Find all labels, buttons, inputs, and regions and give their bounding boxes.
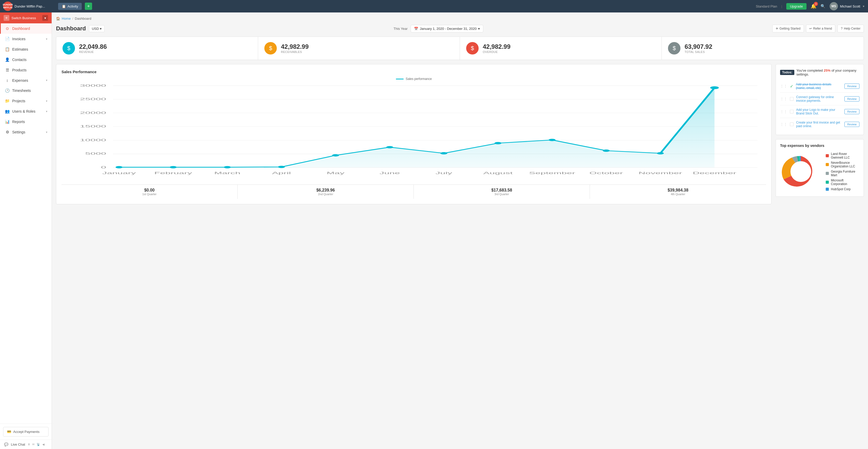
dashboard-header: Dashboard USD ▾ This Year 📅 January 1, 2… — [56, 25, 864, 32]
notification-icon[interactable]: 🔔 3 — [811, 3, 816, 9]
svg-text:April: April — [272, 171, 291, 175]
todo-first-invoice-link[interactable]: Create your first invoice and get paid o… — [796, 121, 842, 128]
georgia-dot — [826, 172, 829, 175]
sidebar-item-dashboard[interactable]: ⊙ Dashboard — [0, 23, 52, 34]
sidebar-item-users-roles[interactable]: 👥 Users & Roles ▾ — [0, 106, 52, 117]
accept-payments-button[interactable]: 💳 Accept Payments — [3, 427, 49, 437]
check-undone-icon — [790, 110, 794, 113]
users-roles-icon: 👥 — [5, 109, 9, 114]
expenses-title: Top expenses by vendors — [780, 144, 860, 148]
review-business-details-button[interactable]: Review — [844, 84, 860, 89]
total-sales-label: TOTAL SALES — [685, 50, 712, 54]
svg-text:August: August — [483, 171, 513, 175]
user-name: Michael Scott — [840, 4, 860, 8]
stat-overdue: $ 42,982.99 OVERDUE — [460, 37, 662, 60]
todo-add-logo-link[interactable]: Add your Logo to make your Brand Stick O… — [796, 108, 842, 115]
hubspot-label: HubSpot Corp — [831, 187, 850, 191]
donut-svg — [780, 151, 822, 192]
q1-label: 1st Quarter — [65, 192, 234, 196]
main-content: 🏠 Home / Dashboard Dashboard USD ▾ This … — [52, 12, 868, 449]
quarter-4: $39,984.38 4th Quarter — [590, 185, 766, 199]
hubspot-dot — [826, 188, 829, 191]
sidebar-item-projects[interactable]: 📁 Projects ▾ — [0, 96, 52, 106]
legend-item-microsoft: Microsoft Corporation — [826, 179, 860, 186]
calendar-icon: 📅 — [414, 27, 418, 31]
q4-value: $39,984.38 — [593, 188, 763, 192]
legend-item-hubspot: HubSpot Corp — [826, 187, 860, 191]
date-range-value: January 1, 2020 - December 31, 2020 — [420, 27, 476, 31]
refer-icon: ↩ — [809, 27, 812, 30]
dashboard-title: Dashboard — [56, 25, 86, 32]
date-range-button[interactable]: 📅 January 1, 2020 - December 31, 2020 ▾ — [411, 25, 483, 32]
sidebar-item-expenses[interactable]: ↕ Expenses ▾ — [0, 75, 52, 85]
right-panel: Todos: You've completed 25% of your comp… — [776, 64, 864, 204]
main-grid: Sales Performance Sales performance 0 — [56, 64, 864, 204]
todos-badge: Todos: — [780, 70, 794, 75]
todos-percentage: 25% — [824, 68, 830, 72]
todos-card: Todos: You've completed 25% of your comp… — [776, 64, 864, 135]
svg-text:0: 0 — [101, 165, 106, 169]
todos-header: Todos: You've completed 25% of your comp… — [780, 68, 860, 76]
svg-text:February: February — [154, 171, 192, 175]
chart-svg: 0 5000 10000 15000 20000 25000 30000 — [61, 83, 766, 181]
help-center-button[interactable]: ? Help Center — [837, 25, 864, 32]
stat-total-sales: $ 63,907.92 TOTAL SALES — [662, 37, 864, 60]
svg-point-14 — [116, 166, 122, 169]
top-navigation: DUNDER MIFFLIN Dunder Mifflin Pap... 📋 A… — [0, 0, 868, 12]
top-expenses-card: Top expenses by vendors — [776, 139, 864, 197]
switch-chevron-icon: ▾ — [42, 15, 48, 21]
todo-business-details-link[interactable]: Add your business details (name, email, … — [796, 83, 842, 90]
getting-started-button[interactable]: ✈ Getting Started — [772, 25, 804, 32]
svg-text:November: November — [639, 171, 682, 175]
chart-legend: Sales performance — [61, 77, 766, 81]
currency-chevron-icon: ▾ — [100, 27, 102, 31]
sidebar-item-reports[interactable]: 📊 Reports — [0, 117, 52, 127]
svg-point-23 — [603, 149, 610, 152]
svg-text:5000: 5000 — [85, 152, 106, 155]
review-payment-gateway-button[interactable]: Review — [844, 96, 860, 101]
svg-text:December: December — [693, 171, 736, 175]
quarter-3: $17,683.58 3rd Quarter — [414, 185, 590, 199]
sidebar-item-invoices[interactable]: 📄 Invoices ▾ — [0, 34, 52, 44]
sidebar-item-timesheets[interactable]: 🕐 Timesheets — [0, 85, 52, 96]
overdue-icon: $ — [466, 42, 478, 55]
sidebar-item-estimates[interactable]: 📋 Estimates — [0, 44, 52, 55]
currency-value: USD — [92, 27, 99, 31]
land-rover-dot — [826, 154, 829, 157]
live-chat-button[interactable]: 💬 Live Chat ⬇ ✉ 📡 ◀ — [0, 440, 52, 449]
q3-value: $17,683.58 — [417, 188, 587, 192]
revenue-label: REVENUE — [79, 50, 107, 54]
review-add-logo-button[interactable]: Review — [844, 109, 860, 114]
search-icon[interactable]: 🔍 — [820, 4, 826, 8]
todo-payment-gateway-link[interactable]: Connect gateway for online invoice payme… — [796, 95, 842, 102]
projects-icon: 📁 — [5, 99, 9, 103]
sidebar-item-settings[interactable]: ⚙ Settings ▾ — [0, 127, 52, 137]
arrow-icon: ◀ — [42, 443, 44, 446]
upgrade-button[interactable]: Upgrade — [786, 3, 807, 9]
svg-text:May: May — [327, 171, 344, 175]
add-button[interactable]: + — [85, 3, 92, 10]
sidebar-item-products[interactable]: ☰ Products — [0, 65, 52, 75]
refer-friend-button[interactable]: ↩ Refer a friend — [806, 25, 836, 32]
activity-icon: 📋 — [62, 4, 66, 8]
sidebar-item-contacts[interactable]: 👤 Contacts — [0, 55, 52, 65]
activity-tab[interactable]: 📋 Activity — [58, 3, 82, 10]
products-icon: ☰ — [5, 68, 9, 72]
svg-text:October: October — [589, 171, 623, 175]
email-icon: ✉ — [32, 443, 34, 446]
drag-handle-icon: ⋮⋮ — [780, 84, 787, 88]
switch-business-button[interactable]: + Switch Business ▾ — [0, 12, 52, 23]
review-first-invoice-button[interactable]: Review — [844, 122, 860, 127]
todo-item-first-invoice: ⋮⋮ Create your first invoice and get pai… — [780, 118, 860, 130]
total-sales-icon: $ — [668, 42, 680, 55]
svg-text:March: March — [214, 171, 241, 175]
todo-item-add-logo: ⋮⋮ Add your Logo to make your Brand Stic… — [780, 106, 860, 118]
currency-selector[interactable]: USD ▾ — [89, 25, 104, 32]
svg-text:10000: 10000 — [80, 138, 106, 142]
nav-right: Standard Plan | Upgrade 🔔 3 🔍 MS Michael… — [756, 2, 865, 10]
neverbounce-label: NeverBounce Organization LLC — [831, 161, 860, 168]
avatar: MS — [830, 2, 838, 10]
user-menu[interactable]: MS Michael Scott ▼ — [830, 2, 865, 10]
svg-point-18 — [332, 154, 339, 156]
home-link[interactable]: Home — [62, 17, 71, 21]
